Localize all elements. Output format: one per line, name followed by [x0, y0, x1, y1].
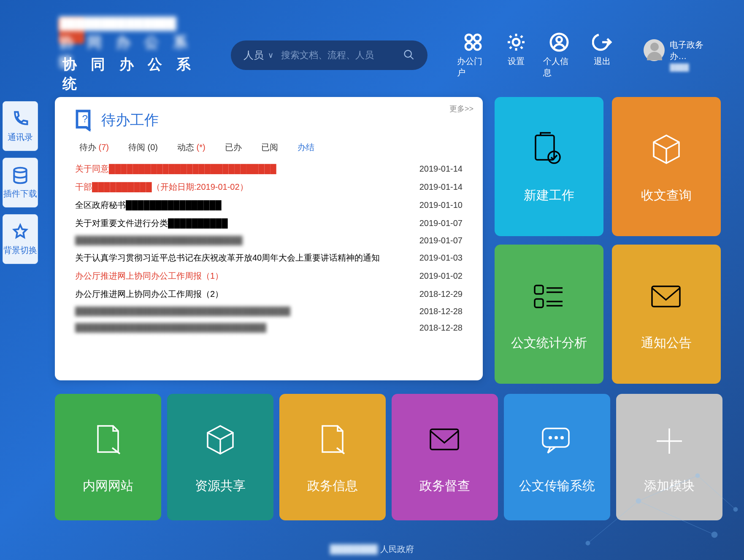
- app-logo: ██████████████ 协 同 办 公 系 统 协 同 办 公 系 统: [59, 17, 214, 94]
- task-row[interactable]: 干部██████████（开始日期:2019-01-02）2019-01-14: [73, 178, 464, 196]
- header: ██████████████ 协 同 办 公 系 统 协 同 办 公 系 统 人…: [0, 0, 744, 106]
- svg-rect-21: [430, 429, 458, 450]
- cube-icon: [645, 129, 687, 172]
- task-date: 2019-01-10: [419, 200, 463, 210]
- search-icon: [403, 49, 415, 61]
- footer: ████████人民政府: [0, 544, 744, 555]
- task-row[interactable]: ████████████████████████████████████2018…: [73, 303, 464, 320]
- database-icon: [11, 166, 30, 185]
- search-input[interactable]: [281, 50, 403, 61]
- footer-text: 人民政府: [380, 544, 414, 554]
- svg-point-36: [733, 507, 738, 512]
- tiles-bottom: 内网网站资源共享政务信息政务督查公文传输系统添加模块: [55, 394, 722, 520]
- tile-新建工作[interactable]: 新建工作: [495, 97, 603, 236]
- svg-point-24: [555, 436, 558, 439]
- task-title: ████████████████████████████: [75, 236, 243, 245]
- task-date: 2018-12-29: [419, 289, 463, 299]
- tile-label: 内网网站: [83, 477, 133, 495]
- task-title: 办公厅推进网上协同办公工作周报（2）: [75, 288, 223, 300]
- svg-rect-14: [535, 285, 543, 294]
- svg-point-2: [465, 35, 472, 41]
- tab-2[interactable]: 动态 (*): [177, 142, 206, 153]
- svg-rect-12: [536, 135, 554, 160]
- task-title: 全区政府秘书████████████████: [75, 199, 222, 211]
- task-title: 干部██████████（开始日期:2019-01-02）: [75, 181, 248, 193]
- more-link[interactable]: 更多>>: [449, 104, 473, 114]
- search-bar[interactable]: 人员 ∨: [231, 40, 427, 70]
- tiles-right: 新建工作收文查询公文统计分析通知公告: [495, 97, 721, 384]
- tile-添加模块[interactable]: 添加模块: [616, 394, 722, 520]
- doc-edit-icon: [311, 420, 354, 462]
- tile-label: 新建工作: [524, 187, 574, 204]
- plus-icon: [648, 420, 690, 462]
- task-row[interactable]: 全区政府秘书████████████████2019-01-10: [73, 196, 464, 214]
- search-button[interactable]: [403, 49, 415, 62]
- tab-1[interactable]: 待阅 (0): [128, 142, 158, 153]
- tab-0[interactable]: 待办 (7): [79, 142, 109, 153]
- svg-rect-15: [535, 299, 543, 307]
- tile-通知公告[interactable]: 通知公告: [612, 245, 721, 384]
- nav-portal[interactable]: 办公门户: [457, 32, 489, 78]
- todo-panel: 更多>> ? 待办工作 待办 (7)待阅 (0)动态 (*)已办 已阅 办结 关…: [55, 97, 483, 380]
- chat-icon: [536, 420, 578, 462]
- tile-label: 通知公告: [641, 334, 692, 352]
- tile-label: 资源共享: [195, 477, 246, 495]
- avatar: [644, 39, 665, 61]
- tile-label: 政务督查: [419, 477, 470, 495]
- search-scope-selector[interactable]: 人员: [243, 48, 264, 62]
- tab-5[interactable]: 办结: [298, 142, 314, 153]
- tile-label: 公文统计分析: [511, 334, 587, 352]
- task-title: 关于同意████████████████████████████: [75, 163, 276, 175]
- tile-政务信息[interactable]: 政务信息: [279, 394, 386, 520]
- svg-rect-20: [652, 286, 680, 307]
- task-list: 关于同意████████████████████████████2019-01-…: [68, 160, 470, 336]
- header-actions: 办公门户 设置 个人信息 退出: [457, 32, 618, 78]
- tile-内网网站[interactable]: 内网网站: [55, 394, 161, 520]
- task-row[interactable]: ████████████████████████████████2018-12-…: [73, 320, 464, 336]
- tile-收文查询[interactable]: 收文查询: [612, 97, 721, 236]
- side-dock: 通讯录 插件下载 背景切换: [3, 101, 38, 264]
- chevron-down-icon: ∨: [268, 51, 273, 60]
- tile-资源共享[interactable]: 资源共享: [167, 394, 273, 520]
- doc-edit-icon: [87, 420, 129, 462]
- user-sub: ████: [670, 64, 719, 71]
- nav-settings[interactable]: 设置: [500, 32, 532, 78]
- svg-point-35: [712, 532, 717, 538]
- user-menu[interactable]: 电子政务办… ████: [644, 39, 719, 71]
- task-row[interactable]: 关于认真学习贯彻习近平总书记在庆祝改革开放40周年大会上重要讲话精神的通知201…: [73, 249, 464, 267]
- task-title: ████████████████████████████████: [75, 323, 266, 333]
- tile-公文传输系统[interactable]: 公文传输系统: [504, 394, 610, 520]
- nav-profile[interactable]: 个人信息: [543, 32, 575, 78]
- task-row[interactable]: ████████████████████████████2019-01-07: [73, 232, 464, 249]
- panel-title: 待办工作: [101, 110, 159, 130]
- star-icon: [11, 223, 30, 241]
- task-date: 2018-12-28: [419, 323, 463, 333]
- cube-icon: [199, 420, 241, 462]
- task-row[interactable]: 关于同意████████████████████████████2019-01-…: [73, 160, 464, 178]
- tile-label: 公文传输系统: [519, 477, 595, 495]
- tile-label: 添加模块: [644, 477, 695, 495]
- dock-plugin-download[interactable]: 插件下载: [3, 158, 38, 207]
- nav-logout[interactable]: 退出: [586, 32, 618, 78]
- svg-text:?: ?: [82, 113, 88, 124]
- task-row[interactable]: 办公厅推进网上协同办公工作周报（2）2018-12-29: [73, 285, 464, 303]
- task-title: 关于认真学习贯彻习近平总书记在庆祝改革开放40周年大会上重要讲话精神的通知: [75, 252, 380, 264]
- svg-point-8: [557, 37, 562, 43]
- dock-background-switch[interactable]: 背景切换: [3, 214, 38, 264]
- tab-3[interactable]: 已办: [225, 142, 242, 153]
- grid-icon: [463, 32, 483, 52]
- tile-政务督查[interactable]: 政务督查: [392, 394, 498, 520]
- logout-icon: [592, 32, 612, 52]
- task-row[interactable]: 关于对重要文件进行分类██████████2019-01-07: [73, 214, 464, 232]
- svg-point-10: [14, 167, 26, 172]
- tab-4[interactable]: 已阅: [261, 142, 278, 153]
- task-title: 关于对重要文件进行分类██████████: [75, 218, 228, 229]
- task-row[interactable]: 办公厅推进网上协同办公工作周报（1）2019-01-02: [73, 267, 464, 285]
- dock-contacts[interactable]: 通讯录: [3, 101, 38, 151]
- svg-point-5: [474, 43, 481, 50]
- svg-point-25: [560, 436, 564, 439]
- tile-公文统计分析[interactable]: 公文统计分析: [495, 245, 603, 384]
- svg-line-1: [411, 56, 414, 59]
- gear-icon: [506, 32, 526, 52]
- list-icon: [528, 277, 570, 319]
